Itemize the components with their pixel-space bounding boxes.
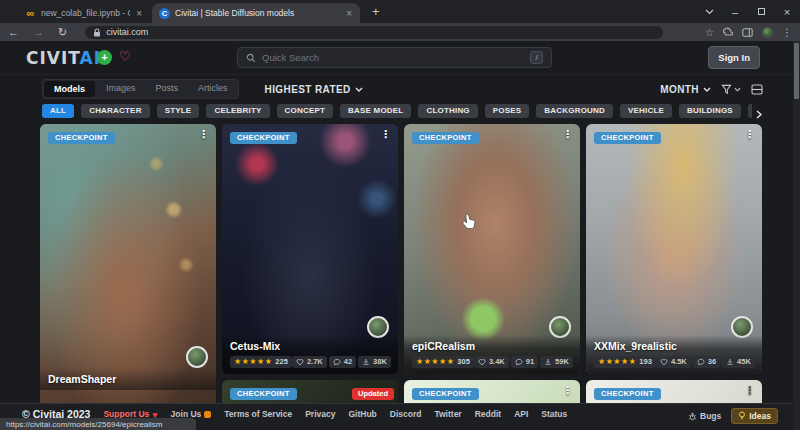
tab-close-icon[interactable]: × xyxy=(345,8,353,19)
sort-dropdown[interactable]: HIGHEST RATED xyxy=(265,84,363,95)
chip-base-model[interactable]: BASE MODEL xyxy=(340,104,411,118)
bookmark-star-icon[interactable]: ☆ xyxy=(705,27,714,38)
bugs-button[interactable]: Bugs xyxy=(688,411,721,421)
side-panel-icon[interactable] xyxy=(742,28,753,37)
footer-link-terms[interactable]: Terms of Service xyxy=(224,408,292,422)
search-shortcut-kbd: / xyxy=(530,51,543,64)
footer-link-api[interactable]: API xyxy=(514,408,528,422)
browser-menu-icon[interactable]: ⋮ xyxy=(782,27,792,38)
sign-in-button[interactable]: Sign In xyxy=(708,46,760,69)
rating-count: 193 xyxy=(639,358,652,366)
window-minimize-button[interactable]: – xyxy=(722,0,748,23)
link-status-bar: https://civitai.com/models/25694/epicrea… xyxy=(0,418,196,430)
ideas-button[interactable]: Ideas xyxy=(731,408,778,424)
chip-poses[interactable]: POSES xyxy=(485,104,530,118)
window-maximize-button[interactable] xyxy=(748,0,774,23)
card-layout-toggle-icon[interactable] xyxy=(751,84,763,95)
tab-articles[interactable]: Articles xyxy=(188,80,238,98)
status-link-url: https://civitai.com/models/25694/epicrea… xyxy=(6,420,163,429)
tab-close-icon[interactable]: × xyxy=(135,8,143,19)
sort-label: HIGHEST RATED xyxy=(265,84,351,95)
window-close-button[interactable]: × xyxy=(774,0,800,23)
chip-clothing[interactable]: CLOTHING xyxy=(418,104,477,118)
back-button[interactable]: ← xyxy=(8,27,19,38)
tab-models[interactable]: Models xyxy=(44,81,95,97)
model-card-cetus-mix[interactable]: CHECKPOINT ⋮ Cetus-Mix ★★★★★ 225 2.7K 42… xyxy=(222,124,398,374)
model-card-epicrealism[interactable]: CHECKPOINT ⋮ epiCRealism ★★★★★ 305 3.4K … xyxy=(404,124,580,374)
profile-avatar[interactable] xyxy=(762,27,773,38)
create-plus-icon[interactable]: + xyxy=(97,50,112,65)
address-bar[interactable]: civitai.com xyxy=(85,26,663,39)
creator-avatar[interactable] xyxy=(186,346,208,368)
card-overlay: epiCRealism ★★★★★ 305 3.4K 91 59K xyxy=(404,335,580,374)
chip-celebrity[interactable]: CELEBRITY xyxy=(206,104,269,118)
chip-character[interactable]: CHARACTER xyxy=(81,104,149,118)
supporter-heart-icon[interactable]: ♡ xyxy=(119,49,131,64)
civitai-logo[interactable]: CIVITAI xyxy=(26,48,101,68)
browser-tab-civitai[interactable]: C Civitai | Stable Diffusion models × xyxy=(152,3,360,23)
card-menu-icon[interactable]: ⋮ xyxy=(744,129,755,140)
extensions-puzzle-icon[interactable] xyxy=(723,27,733,37)
footer-link-status[interactable]: Status xyxy=(541,408,567,422)
chips-scroll-right-icon[interactable] xyxy=(756,105,762,123)
star-rating-icons: ★★★★★ xyxy=(234,358,272,366)
chip-buildings[interactable]: BUILDINGS xyxy=(679,104,741,118)
ideas-label: Ideas xyxy=(749,411,771,421)
filter-dropdown[interactable] xyxy=(721,84,741,95)
model-type-badge: CHECKPOINT xyxy=(48,132,115,144)
chip-background[interactable]: BACKGROUND xyxy=(536,104,613,118)
search-icon xyxy=(246,53,256,63)
star-rating-icons: ★★★★★ xyxy=(416,358,454,366)
forward-button[interactable]: → xyxy=(33,27,44,38)
footer-link-privacy[interactable]: Privacy xyxy=(305,408,335,422)
rating-pill: ★★★★★ 305 xyxy=(412,356,474,368)
period-dropdown[interactable]: MONTH xyxy=(660,84,711,95)
chip-vehicle[interactable]: VEHICLE xyxy=(620,104,672,118)
engagement-pills: 4.5K 36 45K xyxy=(656,356,755,368)
card-stats: ★★★★★ 225 2.7K 42 38K xyxy=(230,356,390,368)
likes-count: 2.7K xyxy=(307,358,323,366)
quick-search-box[interactable]: / xyxy=(237,47,552,68)
scrollbar-thumb[interactable] xyxy=(794,43,799,99)
browser-tab-colab[interactable]: ∞ new_colab_file.ipynb - Colaborat × xyxy=(18,3,150,23)
reload-button[interactable]: ↻ xyxy=(58,27,67,38)
card-menu-icon[interactable]: ⋮ xyxy=(198,129,209,140)
comments-count: 91 xyxy=(526,358,534,366)
chip-all[interactable]: ALL xyxy=(42,104,74,118)
search-input[interactable] xyxy=(262,52,524,63)
model-card-dreamshaper[interactable]: CHECKPOINT ⋮ DreamShaper xyxy=(40,124,216,430)
tab-images[interactable]: Images xyxy=(96,80,146,98)
tab-search-chevron-icon[interactable] xyxy=(696,0,722,23)
card-menu-icon[interactable]: ⋮ xyxy=(380,129,391,140)
footer-link-github[interactable]: GitHub xyxy=(348,408,376,422)
page-scrollbar[interactable] xyxy=(793,41,800,430)
model-card-xxmix9realistic[interactable]: CHECKPOINT ⋮ XXMix_9realistic ★★★★★ 193 … xyxy=(586,124,762,374)
downloads-pill: 38K xyxy=(358,356,391,368)
footer-link-twitter[interactable]: Twitter xyxy=(434,408,461,422)
chevron-down-icon xyxy=(703,87,711,92)
content-type-tabs: Models Images Posts Articles xyxy=(42,79,239,99)
chip-style[interactable]: STYLE xyxy=(157,104,200,118)
footer-link-reddit[interactable]: Reddit xyxy=(475,408,501,422)
tab-posts[interactable]: Posts xyxy=(146,80,189,98)
card-menu-icon[interactable]: ⋮ xyxy=(562,385,573,396)
model-type-badge: CHECKPOINT xyxy=(594,388,661,400)
chip-objects[interactable]: OBJECTS xyxy=(748,104,752,118)
card-menu-icon[interactable]: ⋮ xyxy=(744,385,755,396)
heart-icon xyxy=(660,358,668,366)
new-tab-button[interactable]: + xyxy=(372,4,380,19)
card-menu-icon[interactable]: ⋮ xyxy=(562,129,573,140)
model-name: DreamShaper xyxy=(48,373,208,385)
model-type-badge: CHECKPOINT xyxy=(412,388,479,400)
comment-icon xyxy=(515,358,523,366)
model-name: XXMix_9realistic xyxy=(594,340,754,352)
bugs-label: Bugs xyxy=(700,411,721,421)
comment-icon xyxy=(333,358,341,366)
download-icon xyxy=(544,358,552,366)
comments-pill: 36 xyxy=(693,356,720,368)
heart-icon xyxy=(296,358,304,366)
chip-concept[interactable]: CONCEPT xyxy=(277,104,334,118)
footer-link-discord[interactable]: Discord xyxy=(390,408,422,422)
browser-toolbar: ← → ↻ civitai.com ☆ ⋮ xyxy=(0,23,800,41)
lightbulb-icon xyxy=(738,411,746,421)
